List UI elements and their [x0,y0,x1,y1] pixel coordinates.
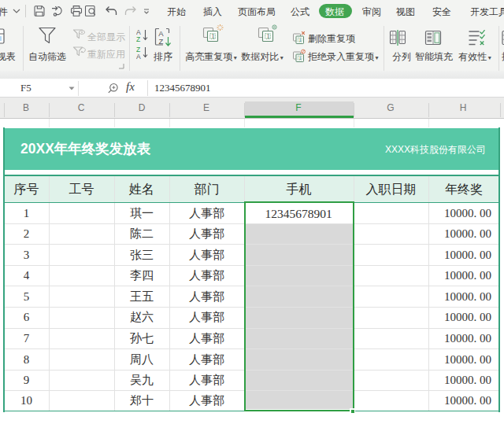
svg-text:1: 1 [266,33,269,40]
svg-text:1: 1 [299,55,302,61]
svg-text:Z: Z [136,35,140,42]
svg-text:1: 1 [211,33,214,40]
svg-text:1: 1 [299,37,302,42]
svg-text:Z: Z [159,37,164,46]
svg-text:A: A [136,53,141,60]
